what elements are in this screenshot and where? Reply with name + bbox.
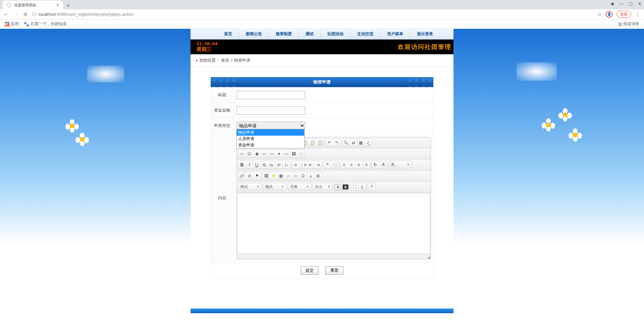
bookmark-star-icon[interactable]: ☆ [597, 11, 602, 17]
reload-button[interactable]: ⟳ [23, 12, 28, 17]
baidu-paw-icon: 🐾 [23, 21, 29, 27]
list-icon: ▤ [618, 22, 622, 26]
apps-shortcut[interactable]: 应用 [5, 21, 19, 27]
browser-tab[interactable]: 社团管理系统 × [3, 1, 63, 9]
maximize-icon[interactable]: ▢ [629, 1, 633, 6]
menu-dots-icon[interactable]: ⋮ [635, 11, 641, 17]
back-button[interactable]: ← [3, 11, 9, 17]
record-icon[interactable]: ◉ [611, 1, 614, 6]
address-bar[interactable]: ⓘ localhost:8080/ssm_stglxt/index/preApp… [32, 11, 592, 17]
profile-avatar[interactable]: 👤 [606, 11, 612, 18]
globe-icon [7, 3, 11, 7]
close-tab-icon[interactable]: × [56, 2, 59, 8]
close-window-icon[interactable]: ✕ [638, 1, 641, 6]
new-tab-button[interactable]: + [63, 2, 73, 9]
tab-title: 社团管理系统 [14, 3, 54, 8]
forward-button[interactable]: → [13, 11, 19, 17]
apps-grid-icon [5, 22, 9, 26]
update-button[interactable]: 更新 [616, 11, 631, 18]
reading-list[interactable]: ▤ 阅读清单 [618, 21, 639, 27]
baidu-bookmark[interactable]: 🐾 百度一下，你就知道 [23, 21, 67, 27]
minimize-icon[interactable]: — [620, 1, 624, 6]
site-info-icon[interactable]: ⓘ [32, 11, 37, 17]
